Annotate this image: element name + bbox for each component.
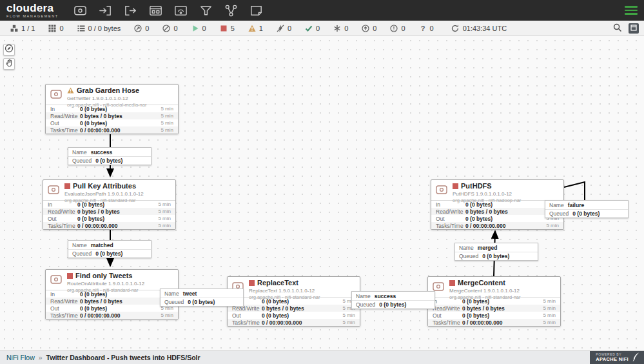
stat-row-out: Out0 (0 bytes)5 min [46,305,178,312]
connection-queued-value: 0 (0 bytes) [95,157,122,164]
active-threads-status: 0 [48,25,63,32]
navigate-compass-icon [5,44,14,56]
input-port-icon[interactable] [98,3,113,18]
stat-value: 0 / 00:00:00.000 [80,127,120,134]
connection-label-tweet[interactable]: Nametweet Queued0 (0 bytes) [160,288,244,307]
stat-value: 0 bytes / 0 bytes [80,113,122,119]
stat-value: 0 (0 bytes) [80,120,107,126]
processor-stats: In0 (0 bytes)5 min Read/Write0 bytes / 0… [46,105,178,134]
label-icon[interactable] [249,3,264,18]
stat-window: 5 min [546,223,559,228]
global-menu-button[interactable] [625,3,638,18]
remote-process-group-icon[interactable] [173,3,189,18]
stopped-icon [64,183,70,189]
stat-row-out: Out0 (0 bytes)5 min [428,312,560,319]
connection-label-success-2[interactable]: Namesuccess Queued0 (0 bytes) [351,291,435,309]
stat-row-out: Out0 (0 bytes)5 min [43,215,175,222]
stat-value: 0 bytes / 0 bytes [462,305,505,312]
stat-row-read-write: Read/Write0 bytes / 0 bytes5 min [46,298,178,305]
stat-value: 0 / 00:00:00.000 [465,223,505,229]
processor-chip-icon [434,183,449,197]
last-refresh[interactable]: 01:43:34 UTC [451,25,507,32]
connection-label-failure[interactable]: Namefailure Queued0 (0 bytes) [545,200,629,218]
active-threads-icon [48,25,56,32]
connection-queued-value: 0 (0 bytes) [572,210,600,217]
processor-header: MergeContent MergeContent 1.9.0.1.0.1.0-… [428,277,560,297]
stopped-icon [67,273,73,279]
breadcrumb-current: Twitter Dashboard - Push tweets into HDF… [46,354,200,361]
stat-value: 0 / 00:00:00.000 [80,312,120,319]
processor-bundle: org.apache.nifi - nifi-social-media-nar [67,102,174,108]
connection-name-value: success [375,293,396,299]
connection-name-key: Name [164,290,179,297]
queued-count: 0 / 0 bytes [88,25,121,32]
connection-queued-row: Queued0 (0 bytes) [352,300,434,308]
connection-name-value: merged [478,245,498,251]
stat-value: 0 / 00:00:00.000 [262,319,302,326]
stat-label: Tasks/Time [50,127,80,134]
processor-puthdfs[interactable]: PutHDFS PutHDFS 1.9.0.1.0.1.0-12 org.apa… [431,179,564,230]
stat-value: 0 (0 bytes) [262,312,289,319]
connection-queued-key: Queued [72,157,92,164]
invalid-warning-icon [67,85,74,96]
disabled-status: 0 [277,25,291,32]
active-threads-count: 0 [59,25,63,32]
stat-label: Tasks/Time [232,319,262,326]
processor-bundle: org.apache.nifi - nifi-standard-nar [64,197,171,203]
stat-label: Tasks/Time [436,223,465,229]
connection-label-matched[interactable]: Namematched Queued0 (0 bytes) [68,240,151,258]
side-panel-icon [630,25,637,32]
template-icon[interactable] [224,3,239,18]
operate-palette-button[interactable] [3,58,15,70]
processor-mergecontent[interactable]: MergeContent MergeContent 1.9.0.1.0.1.0-… [427,276,561,327]
running-status: 0 [191,25,206,32]
stale-status: 0 [362,25,376,32]
processor-name: MergeContent [458,279,505,287]
process-group-icon[interactable] [148,3,164,18]
flow-canvas[interactable]: Grab Garden Hose GetTwitter 1.9.0.1.0.1.… [0,36,644,350]
transmitting-count: 0 [145,25,149,32]
search-button[interactable] [611,22,624,35]
stat-label: Out [433,312,462,319]
stat-row-read-write: Read/Write0 bytes / 0 bytes5 min [228,305,360,312]
stat-window: 5 min [158,208,171,214]
processor-replacetext[interactable]: ReplaceText ReplaceText 1.9.0.1.0.1.0-12… [227,276,360,327]
stat-label: Out [436,216,465,222]
processor-pull-key-attributes[interactable]: Pull Key Attributes EvaluateJsonPath 1.9… [43,179,176,230]
stat-label: Tasks/Time [48,223,77,229]
connection-label-success[interactable]: Namesuccess Queued0 (0 bytes) [68,147,151,165]
processor-grab-garden-hose[interactable]: Grab Garden Hose GetTwitter 1.9.0.1.0.1.… [45,84,179,134]
breadcrumb-root-link[interactable]: NiFi Flow [6,354,35,361]
stat-label: Out [48,216,77,222]
stat-window: 5 min [543,305,556,311]
stat-row-read-write: Read/Write0 bytes / 0 bytes5 min [46,112,178,119]
stat-row-tasks-time: Tasks/Time0 / 00:00:00.0005 min [43,222,175,229]
connection-name-row: Namefailure [545,201,628,209]
connection-name-row: Namematched [68,241,151,249]
nifi-app: cloudera FLOW MANAGEMENT [0,0,644,364]
side-panel-button[interactable] [629,23,639,34]
connection-queued-row: Queued0 (0 bytes) [161,298,243,306]
stopped-count: 5 [231,25,235,32]
refresh-time: 01:43:34 UTC [463,25,507,32]
connection-name-key: Name [356,293,371,299]
not-transmitting-status: 0 [162,25,177,32]
stale-count: 0 [373,25,376,32]
processor-bundle: org.apache.nifi - nifi-hadoop-nar [453,197,560,203]
transmitting-status: 0 [134,25,149,32]
navigate-palette-button[interactable] [3,44,15,56]
output-port-icon[interactable] [123,3,139,18]
cluster-count: 1 / 1 [21,25,35,32]
statusbar-right-tools [611,22,639,35]
locally-modified-count: 0 [344,25,348,32]
processor-chip-icon [49,87,63,101]
processor-find-only-tweets[interactable]: Find only Tweets RouteOnAttribute 1.9.0.… [45,269,179,319]
processor-stats: In0 (0 bytes)5 min Read/Write0 bytes / 0… [431,200,563,229]
processor-icon[interactable] [73,3,88,18]
queued-status: 0 / 0 bytes [77,25,121,32]
funnel-icon[interactable] [199,3,214,18]
processor-bundle: org.apache.nifi - nifi-standard-nar [67,287,174,293]
connection-queued-value: 0 (0 bytes) [379,301,406,308]
connection-label-merged[interactable]: Namemerged Queued0 (0 bytes) [454,243,538,261]
stat-value: 0 (0 bytes) [462,312,489,319]
